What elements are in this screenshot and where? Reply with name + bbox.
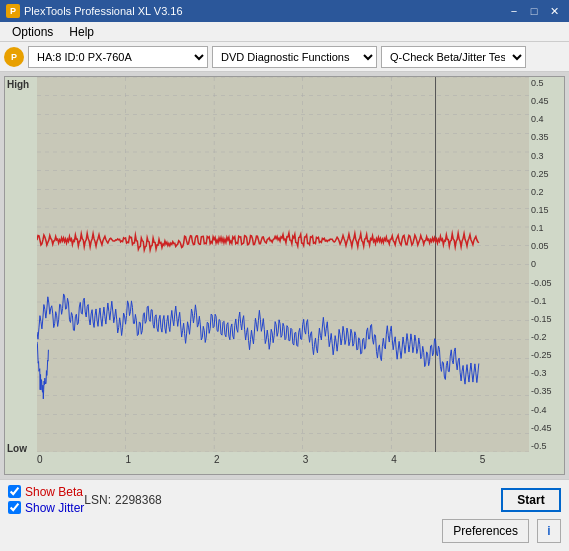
y-right-0: 0.5 [531, 78, 562, 88]
minimize-button[interactable]: − [505, 3, 523, 19]
y-right-16: -0.3 [531, 368, 562, 378]
title-text: PlexTools Professional XL V3.16 [24, 5, 505, 17]
show-beta-checkbox[interactable] [8, 485, 21, 498]
y-right-8: 0.1 [531, 223, 562, 233]
y-right-1: 0.45 [531, 96, 562, 106]
y-right-3: 0.35 [531, 132, 562, 142]
lsn-value: 2298368 [115, 493, 162, 507]
menu-bar: Options Help [0, 22, 569, 42]
start-button[interactable]: Start [501, 488, 561, 512]
title-bar: P PlexTools Professional XL V3.16 − □ ✕ [0, 0, 569, 22]
y-right-18: -0.4 [531, 405, 562, 415]
drive-select[interactable]: HA:8 ID:0 PX-760A [28, 46, 208, 68]
y-right-2: 0.4 [531, 114, 562, 124]
toolbar-icon: P [4, 47, 24, 67]
menu-help[interactable]: Help [61, 23, 102, 41]
toolbar: P HA:8 ID:0 PX-760A DVD Diagnostic Funct… [0, 42, 569, 72]
y-right-6: 0.2 [531, 187, 562, 197]
bottom-row2: Preferences i [8, 516, 561, 548]
y-right-14: -0.2 [531, 332, 562, 342]
y-label-low: Low [7, 443, 27, 454]
x-label-0: 0 [37, 454, 43, 465]
bottom-row1: Show Beta Show Jitter LSN: 2298368 Start [8, 484, 561, 516]
main-area: High Low 0.5 0.45 0.4 0.35 0.3 0.25 0.2 … [0, 72, 569, 479]
beta-checkbox-row: Show Beta [8, 485, 84, 499]
x-label-5: 5 [480, 454, 486, 465]
x-label-1: 1 [126, 454, 132, 465]
maximize-button[interactable]: □ [525, 3, 543, 19]
y-axis-right: 0.5 0.45 0.4 0.35 0.3 0.25 0.2 0.15 0.1 … [529, 77, 564, 452]
y-right-17: -0.35 [531, 386, 562, 396]
chart-canvas [37, 77, 529, 452]
y-label-high: High [7, 79, 29, 90]
close-button[interactable]: ✕ [545, 3, 563, 19]
y-right-9: 0.05 [531, 241, 562, 251]
preferences-button[interactable]: Preferences [442, 519, 529, 543]
show-jitter-label: Show Jitter [25, 501, 84, 515]
y-right-20: -0.5 [531, 441, 562, 451]
y-right-4: 0.3 [531, 151, 562, 161]
y-right-19: -0.45 [531, 423, 562, 433]
chart-container: High Low 0.5 0.45 0.4 0.35 0.3 0.25 0.2 … [4, 76, 565, 475]
show-jitter-checkbox[interactable] [8, 501, 21, 514]
y-right-5: 0.25 [531, 169, 562, 179]
chart-plot-area [37, 77, 529, 452]
y-right-13: -0.15 [531, 314, 562, 324]
app-icon: P [6, 4, 20, 18]
bottom-panel: Show Beta Show Jitter LSN: 2298368 Start… [0, 479, 569, 551]
info-button[interactable]: i [537, 519, 561, 543]
menu-options[interactable]: Options [4, 23, 61, 41]
y-right-11: -0.05 [531, 278, 562, 288]
x-label-2: 2 [214, 454, 220, 465]
test-select[interactable]: Q-Check Beta/Jitter Test [381, 46, 526, 68]
show-beta-label: Show Beta [25, 485, 83, 499]
right-buttons: Start [501, 488, 561, 512]
lsn-label: LSN: [84, 493, 111, 507]
y-right-15: -0.25 [531, 350, 562, 360]
y-right-10: 0 [531, 259, 562, 269]
jitter-checkbox-row: Show Jitter [8, 501, 84, 515]
lsn-area: LSN: 2298368 [84, 493, 161, 507]
y-right-7: 0.15 [531, 205, 562, 215]
checkbox-group: Show Beta Show Jitter [8, 485, 84, 515]
function-select[interactable]: DVD Diagnostic Functions [212, 46, 377, 68]
chart-axis-x: 0 1 2 3 4 5 [37, 452, 529, 474]
y-right-12: -0.1 [531, 296, 562, 306]
x-label-3: 3 [303, 454, 309, 465]
title-controls: − □ ✕ [505, 3, 563, 19]
x-label-4: 4 [391, 454, 397, 465]
